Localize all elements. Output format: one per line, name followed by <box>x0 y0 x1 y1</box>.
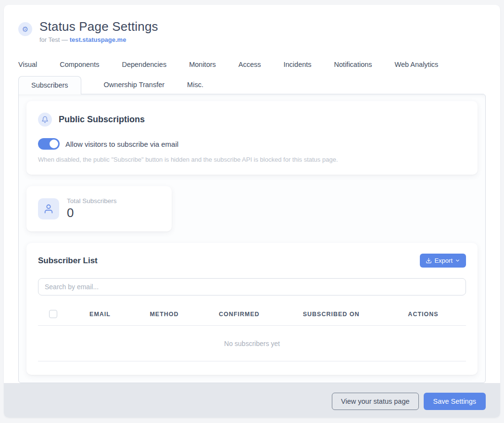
select-all-checkbox[interactable] <box>49 310 57 318</box>
chevron-down-icon <box>455 258 460 263</box>
user-icon <box>43 204 54 214</box>
empty-state-text: No subscribers yet <box>38 326 466 361</box>
tab-access[interactable]: Access <box>239 59 261 70</box>
subscriber-list-title: Subscriber List <box>38 256 98 266</box>
subscriber-list-header: Subscriber List Export <box>38 254 466 268</box>
bell-badge <box>38 113 52 127</box>
public-subscriptions-card: Public Subscriptions Allow visitors to s… <box>26 101 478 175</box>
save-settings-button[interactable]: Save Settings <box>424 393 486 410</box>
page-subtitle: for Test — test.statuspage.me <box>39 36 158 43</box>
tab-web-analytics[interactable]: Web Analytics <box>395 59 439 70</box>
tab-ownership-transfer[interactable]: Ownership Transfer <box>104 76 165 94</box>
tab-components[interactable]: Components <box>60 59 99 70</box>
subscriber-stat-text: Total Subscribers 0 <box>67 197 117 220</box>
tab-subscribers[interactable]: Subscribers <box>18 76 81 94</box>
settings-badge: ⚙ <box>18 22 32 36</box>
tab-bar-primary: Visual Components Dependencies Monitors … <box>4 59 500 70</box>
subscribe-toggle-row: Allow visitors to subscribe via email <box>38 138 466 150</box>
search-email-input[interactable] <box>38 278 466 295</box>
subscribers-panel: Public Subscriptions Allow visitors to s… <box>18 94 486 383</box>
subscriber-stat-badge <box>38 198 59 219</box>
column-actions: ACTIONS <box>380 304 466 326</box>
download-icon <box>426 257 432 264</box>
gear-icon: ⚙ <box>22 25 28 34</box>
total-subscribers-value: 0 <box>67 205 117 220</box>
page-header-text: Status Page Settings for Test — test.sta… <box>39 19 158 43</box>
column-method: METHOD <box>132 304 197 326</box>
allow-subscribe-toggle[interactable] <box>38 138 60 150</box>
status-page-settings-card: ⚙ Status Page Settings for Test — test.s… <box>4 5 500 418</box>
tab-monitors[interactable]: Monitors <box>189 59 216 70</box>
toggle-knob <box>50 140 58 148</box>
tab-incidents[interactable]: Incidents <box>284 59 312 70</box>
toggle-label: Allow visitors to subscribe via email <box>65 140 178 148</box>
tab-misc[interactable]: Misc. <box>187 76 203 94</box>
tab-bar-secondary: Subscribers Ownership Transfer Misc. <box>4 76 500 94</box>
column-subscribed-on: SUBSCRIBED ON <box>282 304 380 326</box>
tab-notifications[interactable]: Notifications <box>334 59 372 70</box>
public-subscriptions-header: Public Subscriptions <box>38 113 466 127</box>
footer-action-bar: View your status page Save Settings <box>4 383 500 418</box>
subscriber-table-header-row: EMAIL METHOD CONFIRMED SUBSCRIBED ON ACT… <box>38 304 466 326</box>
tab-dependencies[interactable]: Dependencies <box>122 59 166 70</box>
empty-state-row: No subscribers yet <box>38 326 466 361</box>
total-subscribers-label: Total Subscribers <box>67 197 117 205</box>
export-button-label: Export <box>434 257 453 264</box>
page-header: ⚙ Status Page Settings for Test — test.s… <box>4 5 500 43</box>
tab-visual[interactable]: Visual <box>18 59 37 70</box>
bell-icon <box>41 116 49 123</box>
public-subscriptions-title: Public Subscriptions <box>59 115 145 125</box>
column-email: EMAIL <box>68 304 132 326</box>
subtitle-prefix: for Test — <box>39 36 70 43</box>
page-title: Status Page Settings <box>39 19 158 34</box>
total-subscribers-card: Total Subscribers 0 <box>26 186 172 231</box>
export-button[interactable]: Export <box>420 254 466 268</box>
subscriber-table: EMAIL METHOD CONFIRMED SUBSCRIBED ON ACT… <box>38 304 466 361</box>
subscriber-list-card: Subscriber List Export EMAIL METHOD CONF… <box>26 243 478 375</box>
column-confirmed: CONFIRMED <box>196 304 282 326</box>
toggle-helper-text: When disabled, the public "Subscribe" bu… <box>38 156 466 163</box>
status-page-link[interactable]: test.statuspage.me <box>70 36 126 43</box>
view-status-page-button[interactable]: View your status page <box>332 393 418 410</box>
